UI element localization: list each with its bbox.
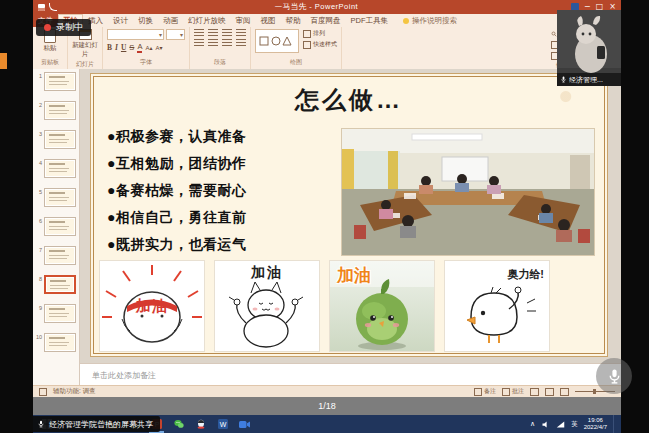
slide[interactable]: 怎么做… ●积极参赛，认真准备●互相勉励，团结协作●备赛枯燥，需要耐心●相信自己… [90,73,608,357]
notes-toggle-button[interactable]: 备注 [474,387,496,396]
slide-thumbnail-7[interactable]: 7 [36,246,79,265]
accessibility-icon [39,388,47,396]
undo-icon[interactable] [49,3,57,11]
line-spacing-button[interactable] [236,29,246,37]
slide-thumbnail-6[interactable]: 6 [36,217,79,236]
sticker-chick: 奥力给! [444,260,550,352]
shrink-font-button[interactable]: A▾ [155,44,162,51]
slide-thumbnail-2[interactable]: 2 [36,101,79,120]
notes-pane[interactable]: 单击此处添加备注 [80,363,621,386]
sticker-row: 加油 [99,260,550,352]
font-name-combo[interactable]: ▾ [107,29,164,40]
thumbnail-preview [44,304,76,323]
shapes-gallery[interactable] [255,29,299,53]
slideshow-view-button[interactable] [560,388,569,396]
bold-button[interactable]: B [107,43,112,52]
align-right-button[interactable] [222,39,232,47]
thumbnail-number: 5 [36,188,42,195]
tab-帮助[interactable]: 帮助 [281,14,306,27]
align-center-button[interactable] [208,39,218,47]
notes-icon [474,388,482,396]
bullets-button[interactable] [194,29,204,37]
slide-thumbnail-1[interactable]: 1 [36,72,79,91]
sticker-mochi: 加油 [99,260,205,352]
font-color-button[interactable]: A [137,42,142,53]
bullet-item: ●备赛枯燥，需要耐心 [107,182,343,200]
group-font: ▾ ▾ B I U S A A▴ A▾ 字 [103,27,190,69]
arrange-icon [303,30,311,38]
thumbnail-number: 6 [36,217,42,224]
tab-动画[interactable]: 动画 [158,14,183,27]
tab-幻灯片放映[interactable]: 幻灯片放映 [183,14,231,27]
word-app-icon[interactable]: W [217,419,228,430]
thumbnail-number: 2 [36,101,42,108]
slide-thumbnail-10[interactable]: 10 [36,333,79,352]
meeting-app-icon[interactable] [239,419,250,430]
participant-video-thumbnail[interactable]: 经济管理... [557,10,621,86]
slide-thumbnail-4[interactable]: 4 [36,159,79,178]
bullet-list: ●积极参赛，认真准备●互相勉励，团结协作●备赛枯燥，需要耐心●相信自己，勇往直前… [107,128,343,263]
tab-切换[interactable]: 切换 [133,14,158,27]
qq-icon[interactable] [195,419,206,430]
accessibility-status[interactable]: 辅助功能: 调查 [53,387,96,396]
screen-share-banner[interactable]: 经济管理学院曾艳的屏幕共享 [30,416,160,432]
comments-toggle-button[interactable]: 批注 [502,387,524,396]
arrange-button[interactable]: 排列 [303,29,337,38]
ime-indicator[interactable]: 英 [571,420,578,429]
slide-thumbnail-3[interactable]: 3 [36,130,79,149]
svg-text:W: W [219,421,226,428]
justify-button[interactable] [236,39,246,47]
indent-button[interactable] [222,29,232,37]
underline-button[interactable]: U [121,43,126,52]
slide-thumbnail-9[interactable]: 9 [36,304,79,323]
font-size-combo[interactable]: ▾ [166,29,185,40]
show-desktop-button[interactable] [613,415,617,433]
page-indicator: 1/18 [318,401,336,411]
meeting-room-photo [341,128,595,256]
numbering-button[interactable] [208,29,218,37]
thumbnail-number: 9 [36,304,42,311]
thumbnail-number: 10 [36,333,42,340]
tab-设计[interactable]: 设计 [108,14,133,27]
slide-thumbnail-5[interactable]: 5 [36,188,79,207]
time: 19:06 [584,417,607,424]
wechat-icon[interactable] [173,419,184,430]
sticker-cat: 加油 [214,260,320,352]
strikethrough-button[interactable]: S [129,43,134,52]
tab-视图[interactable]: 视图 [256,14,281,27]
clock[interactable]: 19:06 2022/4/7 [584,417,607,431]
shared-desktop: 一马当先 - PowerPoint ─ □ × 文件开始插入设计切换动画幻灯片放… [33,0,621,433]
quick-styles-button[interactable]: 快速样式 [303,40,337,49]
tab-百度网盘[interactable]: 百度网盘 [306,14,346,27]
slide-sorter-view-button[interactable] [545,388,554,396]
network-icon[interactable] [556,420,565,429]
thumbnail-preview [44,101,76,120]
tray-chevron-icon[interactable]: ∧ [530,420,535,428]
arrange-label: 排列 [313,29,325,38]
tab-审阅[interactable]: 审阅 [231,14,256,27]
thumbnail-preview [44,159,76,178]
align-left-button[interactable] [194,39,204,47]
screen-share-label: 经济管理学院曾艳的屏幕共享 [49,419,153,430]
slide-thumbnail-8[interactable]: 8 [36,275,79,294]
tell-me-label: 操作说明搜索 [412,16,457,26]
bullet-item: ●互相勉励，团结协作 [107,155,343,173]
volume-icon[interactable] [541,420,550,429]
thumbnail-number: 3 [36,130,42,137]
microphone-button[interactable] [596,358,632,394]
tell-me-search[interactable]: 操作说明搜索 [403,14,457,27]
grow-font-button[interactable]: A▴ [145,44,152,51]
slide-thumbnail-panel[interactable]: 12345678910 [33,69,80,385]
background-window-edge [0,53,7,69]
sticker-sprout: 加油 [329,260,435,352]
thumbnail-number: 8 [36,275,42,282]
ribbon-spacer [342,27,547,69]
quick-styles-label: 快速样式 [313,40,337,49]
italic-button[interactable]: I [115,43,118,52]
save-icon[interactable] [38,4,45,11]
sticker-text: 加油 [136,297,168,316]
recording-label: 录制中 [56,21,83,34]
tab-PDF工具集[interactable]: PDF工具集 [346,14,394,27]
notes-toggle-label: 备注 [484,387,496,396]
normal-view-button[interactable] [530,388,539,396]
